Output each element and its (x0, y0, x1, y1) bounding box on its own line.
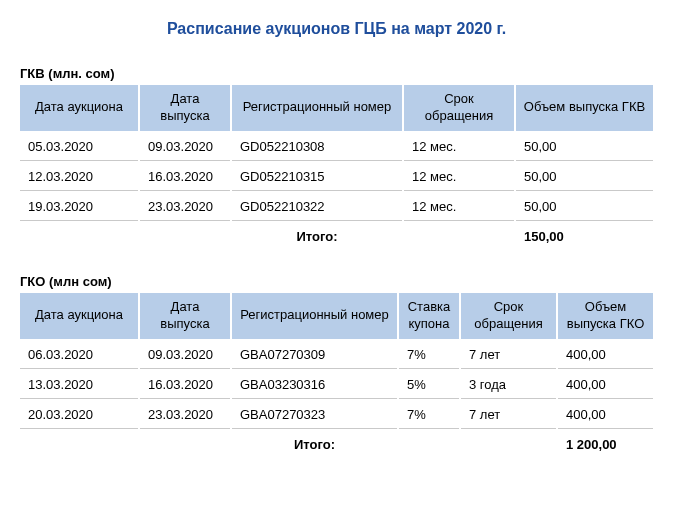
table-header-row: Дата аукциона Дата выпуска Регистрационн… (20, 293, 653, 339)
cell-term: 3 года (461, 371, 556, 399)
cell-volume: 400,00 (558, 341, 653, 369)
total-value: 150,00 (516, 223, 653, 250)
cell-issue-date: 23.03.2020 (140, 193, 230, 221)
cell-volume: 50,00 (516, 193, 653, 221)
table-row: 20.03.2020 23.03.2020 GBA07270323 7% 7 л… (20, 401, 653, 429)
cell-term: 12 мес. (404, 133, 514, 161)
col-issue-date: Дата выпуска (140, 85, 230, 131)
table-row: 19.03.2020 23.03.2020 GD052210322 12 мес… (20, 193, 653, 221)
cell-issue-date: 16.03.2020 (140, 163, 230, 191)
cell-issue-date: 16.03.2020 (140, 371, 230, 399)
col-reg-no: Регистрационный номер (232, 293, 397, 339)
col-term: Срок обращения (404, 85, 514, 131)
table-row: 05.03.2020 09.03.2020 GD052210308 12 мес… (20, 133, 653, 161)
cell-auction-date: 05.03.2020 (20, 133, 138, 161)
cell-reg-no: GBA03230316 (232, 371, 397, 399)
table-gko: Дата аукциона Дата выпуска Регистрационн… (18, 291, 655, 460)
table-row: 06.03.2020 09.03.2020 GBA07270309 7% 7 л… (20, 341, 653, 369)
col-volume: Объем выпуска ГКВ (516, 85, 653, 131)
cell-volume: 400,00 (558, 401, 653, 429)
cell-term: 12 мес. (404, 163, 514, 191)
col-reg-no: Регистрационный номер (232, 85, 402, 131)
cell-reg-no: GBA07270309 (232, 341, 397, 369)
cell-auction-date: 13.03.2020 (20, 371, 138, 399)
cell-reg-no: GD052210322 (232, 193, 402, 221)
cell-reg-no: GBA07270323 (232, 401, 397, 429)
cell-volume: 400,00 (558, 371, 653, 399)
table-gkv: Дата аукциона Дата выпуска Регистрационн… (18, 83, 655, 252)
cell-auction-date: 19.03.2020 (20, 193, 138, 221)
col-coupon: Ставка купона (399, 293, 459, 339)
cell-issue-date: 09.03.2020 (140, 341, 230, 369)
cell-issue-date: 23.03.2020 (140, 401, 230, 429)
total-row: Итого: 1 200,00 (20, 431, 653, 458)
col-issue-date: Дата выпуска (140, 293, 230, 339)
col-term: Срок обращения (461, 293, 556, 339)
table1-caption: ГКВ (млн. сом) (20, 66, 655, 81)
col-auction-date: Дата аукциона (20, 85, 138, 131)
cell-term: 7 лет (461, 341, 556, 369)
total-value: 1 200,00 (558, 431, 653, 458)
cell-issue-date: 09.03.2020 (140, 133, 230, 161)
table2-caption: ГКО (млн сом) (20, 274, 655, 289)
table-row: 12.03.2020 16.03.2020 GD052210315 12 мес… (20, 163, 653, 191)
cell-auction-date: 06.03.2020 (20, 341, 138, 369)
col-volume: Объем выпуска ГКО (558, 293, 653, 339)
cell-auction-date: 12.03.2020 (20, 163, 138, 191)
cell-volume: 50,00 (516, 133, 653, 161)
total-row: Итого: 150,00 (20, 223, 653, 250)
table-header-row: Дата аукциона Дата выпуска Регистрационн… (20, 85, 653, 131)
cell-reg-no: GD052210308 (232, 133, 402, 161)
total-label: Итого: (232, 223, 402, 250)
cell-coupon: 7% (399, 341, 459, 369)
cell-term: 12 мес. (404, 193, 514, 221)
col-auction-date: Дата аукциона (20, 293, 138, 339)
cell-coupon: 7% (399, 401, 459, 429)
cell-term: 7 лет (461, 401, 556, 429)
total-label: Итого: (232, 431, 397, 458)
cell-auction-date: 20.03.2020 (20, 401, 138, 429)
cell-volume: 50,00 (516, 163, 653, 191)
page-title: Расписание аукционов ГЦБ на март 2020 г. (18, 20, 655, 38)
table-row: 13.03.2020 16.03.2020 GBA03230316 5% 3 г… (20, 371, 653, 399)
cell-coupon: 5% (399, 371, 459, 399)
cell-reg-no: GD052210315 (232, 163, 402, 191)
